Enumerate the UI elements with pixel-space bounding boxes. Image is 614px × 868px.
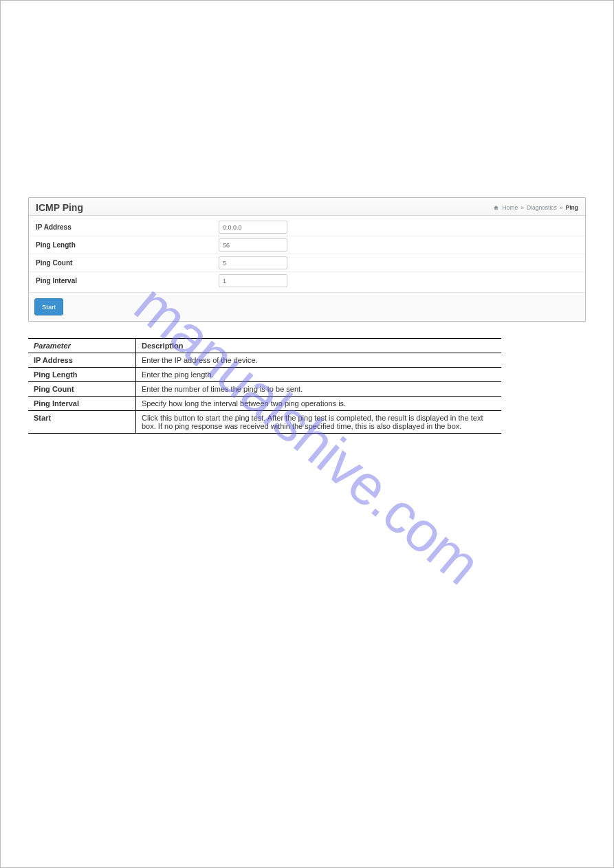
cell-desc: Specify how long the interval between tw… <box>136 397 502 411</box>
row-ping-count: Ping Count <box>29 254 585 271</box>
table-row: Start Click this button to start the pin… <box>28 411 501 434</box>
label-ip-address: IP Address <box>36 223 219 231</box>
breadcrumb-sep1: » <box>520 204 524 211</box>
breadcrumb-home[interactable]: Home <box>502 204 518 211</box>
cell-desc: Enter the IP address of the device. <box>136 353 502 368</box>
cell-desc: Enter the ping length. <box>136 368 502 382</box>
breadcrumb-current: Ping <box>566 204 578 211</box>
th-description: Description <box>136 339 502 353</box>
row-ping-length: Ping Length <box>29 236 585 254</box>
panel-title: ICMP Ping <box>36 202 83 213</box>
input-ping-interval[interactable] <box>219 274 287 287</box>
breadcrumb-sep2: » <box>560 204 563 211</box>
input-ping-length[interactable] <box>219 238 287 252</box>
row-ip-address: IP Address <box>29 219 585 236</box>
breadcrumb-diagnostics[interactable]: Diagnostics <box>527 204 557 211</box>
cell-key: Ping Interval <box>28 397 136 411</box>
table-row: Ping Length Enter the ping length. <box>28 368 501 382</box>
row-ping-interval: Ping Interval <box>29 271 585 289</box>
manual-page: manualshive.com SCALANCE SC-600 Web Base… <box>0 0 614 868</box>
input-ip-address[interactable] <box>219 221 287 234</box>
parameters-table: Parameter Description IP Address Enter t… <box>28 338 501 434</box>
start-button[interactable]: Start <box>34 298 63 315</box>
cell-desc: Enter the number of times the ping is to… <box>136 382 502 397</box>
table-row: IP Address Enter the IP address of the d… <box>28 353 501 368</box>
label-ping-count: Ping Count <box>36 259 219 267</box>
label-ping-interval: Ping Interval <box>36 277 219 285</box>
cell-key: IP Address <box>28 353 136 368</box>
label-ping-length: Ping Length <box>36 241 219 249</box>
cell-key: Start <box>28 411 136 434</box>
panel-body: IP Address Ping Length Ping Count Ping I… <box>29 216 585 292</box>
cell-key: Ping Count <box>28 382 136 397</box>
panel-footer: Start <box>29 292 585 321</box>
breadcrumb: Home » Diagnostics » Ping <box>493 204 578 211</box>
icmp-ping-panel: ICMP Ping Home » Diagnostics » Ping IP A… <box>28 197 586 322</box>
home-icon <box>493 205 499 211</box>
cell-key: Ping Length <box>28 368 136 382</box>
th-parameter: Parameter <box>28 339 136 353</box>
cell-desc: Click this button to start the ping test… <box>136 411 502 434</box>
table-row: Ping Count Enter the number of times the… <box>28 382 501 397</box>
input-ping-count[interactable] <box>219 256 287 269</box>
panel-header: ICMP Ping Home » Diagnostics » Ping <box>29 198 585 216</box>
table-row: Ping Interval Specify how long the inter… <box>28 397 501 411</box>
